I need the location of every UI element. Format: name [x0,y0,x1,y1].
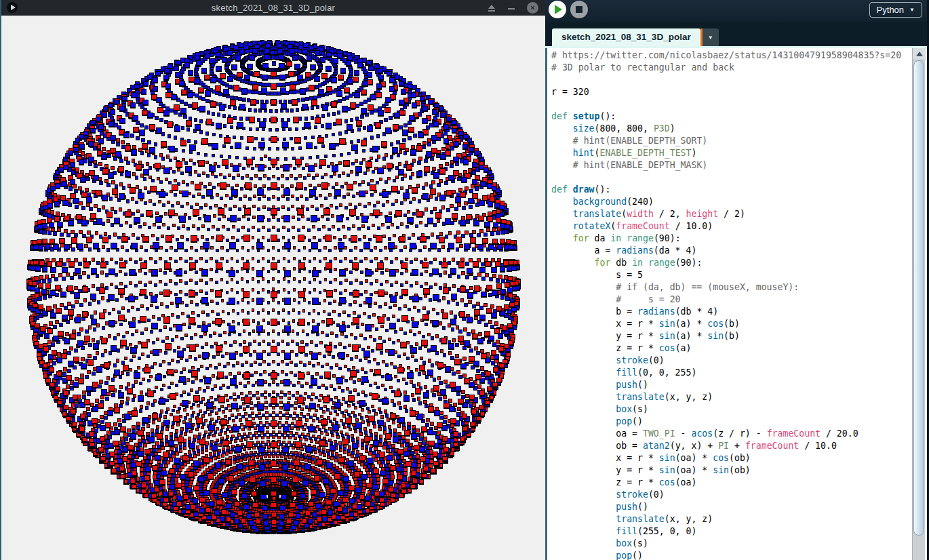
run-button[interactable] [549,1,566,18]
code-area[interactable]: # https://twitter.com/nicolasbaez/status… [551,49,911,560]
sketch-titlebar[interactable]: sketch_2021_08_31_3D_polar × [1,0,545,16]
minimize-icon[interactable] [508,8,515,9]
sketch-window-title: sketch_2021_08_31_3D_polar [1,3,545,13]
code-line: ob = atan2(y, x) + PI + frameCount / 10.… [551,440,911,452]
code-line: translate(width / 2, height / 2) [551,208,911,220]
code-line: push() [551,501,911,513]
code-line: fill(255, 0, 0) [551,525,911,538]
code-line: pop() [551,550,911,560]
code-line: push() [551,379,911,391]
processing-ide-panel: Python ▼ sketch_2021_08_31_3D_polar ▼ # … [545,0,929,560]
code-line: y = r * sin(oa) * sin(ob) [551,464,911,477]
code-line: x = r * sin(a) * cos(b) [551,318,911,330]
code-line: pop() [551,416,911,428]
code-line: # https://twitter.com/nicolasbaez/status… [551,49,911,62]
sketch-window: sketch_2021_08_31_3D_polar × [0,0,545,560]
code-line: # 3D polar to rectangular and back [551,62,911,74]
shade-icon[interactable] [488,4,496,12]
code-line: fill(0, 0, 255) [551,367,911,379]
tab-menu-button[interactable]: ▼ [703,28,719,46]
code-line: background(240) [551,196,911,208]
code-line: z = r * cos(oa) [551,477,911,489]
sketch-canvas-area [1,16,545,560]
code-line: def draw(): [551,184,911,196]
chevron-down-icon: ▼ [909,7,915,13]
tab-label: sketch_2021_08_31_3D_polar [561,32,691,42]
mode-selector-button[interactable]: Python ▼ [869,2,922,18]
code-editor[interactable]: # https://twitter.com/nicolasbaez/status… [545,48,927,560]
code-line: rotateX(frameCount / 10.0) [551,220,911,233]
code-line: b = radians(db * 4) [551,306,911,318]
code-line: stroke(0) [551,489,911,501]
code-line [551,74,911,86]
code-line: a = radians(da * 4) [551,245,911,257]
mode-label: Python [877,5,904,15]
code-line: z = r * cos(a) [551,342,911,355]
code-line: for db in range(90): [551,257,911,269]
code-line: translate(x, y, z) [551,391,911,403]
code-line: s = 5 [551,269,911,281]
screen: sketch_2021_08_31_3D_polar × Python ▼ [0,0,929,560]
code-line: def setup(): [551,111,911,123]
tab-bar: sketch_2021_08_31_3D_polar ▼ [545,22,927,46]
code-line [551,172,911,184]
code-line: box(s) [551,538,911,550]
code-line: translate(x, y, z) [551,513,911,525]
close-icon[interactable]: × [527,2,538,14]
sketch-canvas [1,16,545,560]
code-line: for da in range(90): [551,233,911,245]
code-line: # if (da, db) == (mouseX, mouseY): [551,281,911,294]
code-line: y = r * sin(a) * sin(b) [551,330,911,342]
code-line: oa = TWO_PI - acos(z / r) - frameCount /… [551,428,911,440]
play-icon [555,5,562,14]
editor-scrollbar[interactable] [912,48,925,560]
code-line: # hint(ENABLE_DEPTH_SORT) [551,135,911,147]
code-line: size(800, 800, P3D) [551,123,911,135]
stop-button[interactable] [570,1,588,18]
code-line: stroke(0) [551,355,911,367]
ide-toolbar: Python ▼ [545,0,927,22]
tab-sketch[interactable]: sketch_2021_08_31_3D_polar [552,28,700,46]
code-line [551,98,911,111]
scrollbar-up-arrow-icon[interactable] [913,48,926,60]
code-line: x = r * sin(oa) * cos(ob) [551,452,911,464]
chevron-down-icon: ▼ [708,35,713,41]
code-line: hint(ENABLE_DEPTH_TEST) [551,147,911,159]
stop-icon [576,6,582,13]
code-line: # s = 20 [551,294,911,306]
window-controls: × [488,0,538,16]
code-line: # hint(ENABLE_DEPTH_MASK) [551,159,911,172]
code-line: box(s) [551,403,911,416]
code-line: r = 320 [551,86,911,98]
scrollbar-thumb[interactable] [913,60,924,536]
